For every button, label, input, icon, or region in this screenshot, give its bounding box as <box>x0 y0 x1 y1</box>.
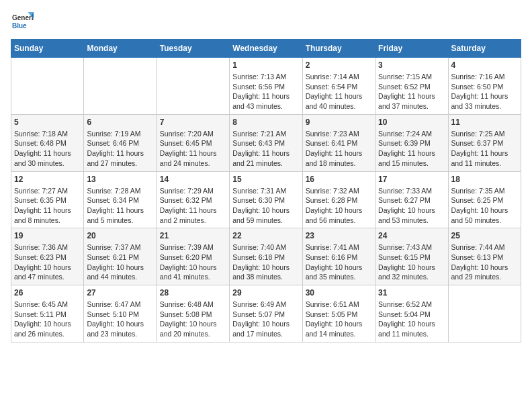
calendar-cell: 2Sunrise: 7:14 AM Sunset: 6:54 PM Daylig… <box>302 58 375 115</box>
calendar-cell: 12Sunrise: 7:27 AM Sunset: 6:35 PM Dayli… <box>11 171 84 228</box>
day-header-monday: Monday <box>84 40 157 58</box>
day-number: 16 <box>306 175 372 184</box>
day-info: Sunrise: 7:35 AM Sunset: 6:25 PM Dayligh… <box>451 186 518 226</box>
calendar-cell: 24Sunrise: 7:43 AM Sunset: 6:15 PM Dayli… <box>375 228 448 285</box>
day-number: 5 <box>14 118 81 127</box>
calendar-cell: 3Sunrise: 7:15 AM Sunset: 6:52 PM Daylig… <box>375 58 448 115</box>
calendar-cell: 16Sunrise: 7:32 AM Sunset: 6:28 PM Dayli… <box>302 171 375 228</box>
day-number: 31 <box>378 288 445 298</box>
day-info: Sunrise: 7:31 AM Sunset: 6:30 PM Dayligh… <box>232 186 299 226</box>
day-header-wednesday: Wednesday <box>230 40 302 58</box>
week-row-3: 12Sunrise: 7:27 AM Sunset: 6:35 PM Dayli… <box>11 171 521 228</box>
day-number: 4 <box>451 60 518 70</box>
logo-graphic: General Blue <box>11 11 34 34</box>
calendar-cell: 22Sunrise: 7:40 AM Sunset: 6:18 PM Dayli… <box>230 228 302 285</box>
day-info: Sunrise: 7:27 AM Sunset: 6:35 PM Dayligh… <box>14 186 81 226</box>
day-info: Sunrise: 7:43 AM Sunset: 6:15 PM Dayligh… <box>378 242 445 282</box>
day-number: 22 <box>232 231 299 240</box>
day-info: Sunrise: 7:16 AM Sunset: 6:50 PM Dayligh… <box>451 72 518 111</box>
calendar-cell: 4Sunrise: 7:16 AM Sunset: 6:50 PM Daylig… <box>448 58 521 115</box>
day-number: 25 <box>451 231 518 240</box>
day-number: 8 <box>232 118 299 127</box>
day-info: Sunrise: 7:19 AM Sunset: 6:46 PM Dayligh… <box>87 129 153 169</box>
day-info: Sunrise: 7:41 AM Sunset: 6:16 PM Dayligh… <box>306 242 372 282</box>
week-row-2: 5Sunrise: 7:18 AM Sunset: 6:48 PM Daylig… <box>11 114 521 171</box>
day-info: Sunrise: 6:52 AM Sunset: 5:04 PM Dayligh… <box>378 300 445 339</box>
day-number: 18 <box>451 175 518 184</box>
calendar-cell: 7Sunrise: 7:20 AM Sunset: 6:45 PM Daylig… <box>157 114 229 171</box>
day-info: Sunrise: 7:40 AM Sunset: 6:18 PM Dayligh… <box>232 242 299 282</box>
day-info: Sunrise: 7:13 AM Sunset: 6:56 PM Dayligh… <box>232 72 299 111</box>
day-number: 3 <box>378 60 445 70</box>
calendar-cell: 10Sunrise: 7:24 AM Sunset: 6:39 PM Dayli… <box>375 114 448 171</box>
day-number: 21 <box>160 231 226 240</box>
calendar-cell <box>157 58 229 115</box>
day-info: Sunrise: 7:20 AM Sunset: 6:45 PM Dayligh… <box>160 129 226 169</box>
day-header-sunday: Sunday <box>11 40 84 58</box>
calendar-cell: 29Sunrise: 6:49 AM Sunset: 5:07 PM Dayli… <box>230 285 302 342</box>
day-number: 6 <box>87 118 153 127</box>
day-number: 23 <box>306 231 372 240</box>
calendar-cell: 28Sunrise: 6:48 AM Sunset: 5:08 PM Dayli… <box>157 285 229 342</box>
calendar-table: SundayMondayTuesdayWednesdayThursdayFrid… <box>11 39 521 342</box>
day-info: Sunrise: 6:47 AM Sunset: 5:10 PM Dayligh… <box>87 300 153 339</box>
day-info: Sunrise: 7:37 AM Sunset: 6:21 PM Dayligh… <box>87 242 153 282</box>
day-number: 11 <box>451 118 518 127</box>
day-info: Sunrise: 7:18 AM Sunset: 6:48 PM Dayligh… <box>14 129 81 169</box>
calendar-cell: 21Sunrise: 7:39 AM Sunset: 6:20 PM Dayli… <box>157 228 229 285</box>
calendar-cell: 18Sunrise: 7:35 AM Sunset: 6:25 PM Dayli… <box>448 171 521 228</box>
calendar-cell: 11Sunrise: 7:25 AM Sunset: 6:37 PM Dayli… <box>448 114 521 171</box>
calendar-cell: 31Sunrise: 6:52 AM Sunset: 5:04 PM Dayli… <box>375 285 448 342</box>
day-number: 17 <box>378 175 445 184</box>
day-header-friday: Friday <box>375 40 448 58</box>
day-number: 27 <box>87 288 153 298</box>
day-number: 28 <box>160 288 226 298</box>
day-number: 15 <box>232 175 299 184</box>
calendar-cell: 1Sunrise: 7:13 AM Sunset: 6:56 PM Daylig… <box>230 58 302 115</box>
day-number: 19 <box>14 231 81 240</box>
day-info: Sunrise: 7:14 AM Sunset: 6:54 PM Dayligh… <box>306 72 372 111</box>
day-number: 10 <box>378 118 445 127</box>
day-header-thursday: Thursday <box>302 40 375 58</box>
day-header-saturday: Saturday <box>448 40 521 58</box>
calendar-cell <box>11 58 84 115</box>
svg-text:Blue: Blue <box>12 22 27 30</box>
calendar-cell: 20Sunrise: 7:37 AM Sunset: 6:21 PM Dayli… <box>84 228 157 285</box>
day-number: 29 <box>232 288 299 298</box>
day-info: Sunrise: 6:48 AM Sunset: 5:08 PM Dayligh… <box>160 300 226 339</box>
week-row-1: 1Sunrise: 7:13 AM Sunset: 6:56 PM Daylig… <box>11 58 521 115</box>
day-number: 2 <box>306 60 372 70</box>
page-header: General Blue <box>11 11 521 34</box>
calendar-cell: 8Sunrise: 7:21 AM Sunset: 6:43 PM Daylig… <box>230 114 302 171</box>
day-info: Sunrise: 7:28 AM Sunset: 6:34 PM Dayligh… <box>87 186 153 226</box>
day-info: Sunrise: 7:36 AM Sunset: 6:23 PM Dayligh… <box>14 242 81 282</box>
logo: General Blue <box>11 11 34 34</box>
day-info: Sunrise: 7:44 AM Sunset: 6:13 PM Dayligh… <box>451 242 518 282</box>
day-number: 20 <box>87 231 153 240</box>
day-info: Sunrise: 6:45 AM Sunset: 5:11 PM Dayligh… <box>14 300 81 339</box>
day-info: Sunrise: 7:32 AM Sunset: 6:28 PM Dayligh… <box>306 186 372 226</box>
day-info: Sunrise: 6:49 AM Sunset: 5:07 PM Dayligh… <box>232 300 299 339</box>
calendar-cell: 23Sunrise: 7:41 AM Sunset: 6:16 PM Dayli… <box>302 228 375 285</box>
day-info: Sunrise: 7:39 AM Sunset: 6:20 PM Dayligh… <box>160 242 226 282</box>
day-header-tuesday: Tuesday <box>157 40 229 58</box>
week-row-5: 26Sunrise: 6:45 AM Sunset: 5:11 PM Dayli… <box>11 285 521 342</box>
calendar-cell: 17Sunrise: 7:33 AM Sunset: 6:27 PM Dayli… <box>375 171 448 228</box>
day-number: 13 <box>87 175 153 184</box>
calendar-cell: 30Sunrise: 6:51 AM Sunset: 5:05 PM Dayli… <box>302 285 375 342</box>
day-info: Sunrise: 6:51 AM Sunset: 5:05 PM Dayligh… <box>306 300 372 339</box>
day-info: Sunrise: 7:23 AM Sunset: 6:41 PM Dayligh… <box>306 129 372 169</box>
day-number: 14 <box>160 175 226 184</box>
calendar-cell: 19Sunrise: 7:36 AM Sunset: 6:23 PM Dayli… <box>11 228 84 285</box>
day-info: Sunrise: 7:24 AM Sunset: 6:39 PM Dayligh… <box>378 129 445 169</box>
day-number: 1 <box>232 60 299 70</box>
day-number: 7 <box>160 118 226 127</box>
day-number: 24 <box>378 231 445 240</box>
calendar-cell: 25Sunrise: 7:44 AM Sunset: 6:13 PM Dayli… <box>448 228 521 285</box>
week-row-4: 19Sunrise: 7:36 AM Sunset: 6:23 PM Dayli… <box>11 228 521 285</box>
day-number: 26 <box>14 288 81 298</box>
day-info: Sunrise: 7:15 AM Sunset: 6:52 PM Dayligh… <box>378 72 445 111</box>
calendar-cell: 15Sunrise: 7:31 AM Sunset: 6:30 PM Dayli… <box>230 171 302 228</box>
calendar-cell: 6Sunrise: 7:19 AM Sunset: 6:46 PM Daylig… <box>84 114 157 171</box>
day-info: Sunrise: 7:29 AM Sunset: 6:32 PM Dayligh… <box>160 186 226 226</box>
